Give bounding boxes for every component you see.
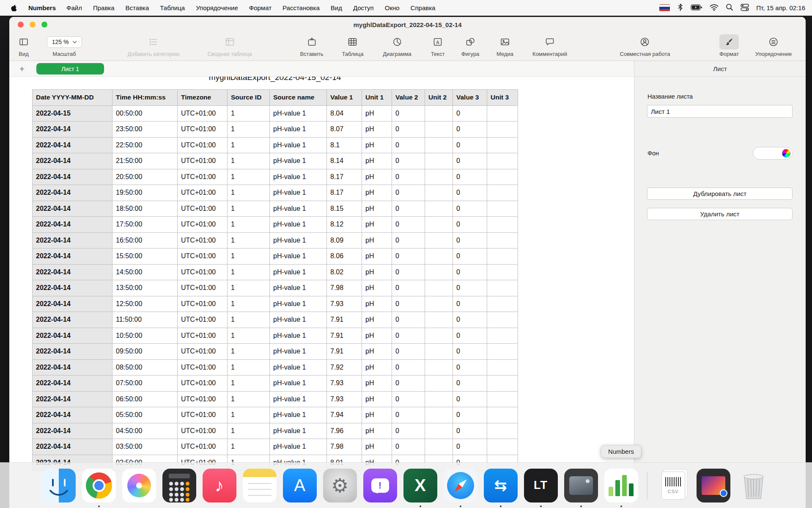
dock-music-icon[interactable]: ♪ xyxy=(203,469,236,502)
dock-photos-icon[interactable] xyxy=(122,469,156,502)
table-cell[interactable]: 0 xyxy=(392,423,425,439)
table-cell[interactable]: 7.91 xyxy=(327,328,362,344)
column-header[interactable]: Value 3 xyxy=(453,90,487,106)
table-cell[interactable]: 8.14 xyxy=(327,153,362,169)
table-cell[interactable]: pH xyxy=(362,328,392,344)
table-cell[interactable]: 2022-04-14 xyxy=(33,153,112,169)
table-cell[interactable]: UTC+01:00 xyxy=(178,201,228,217)
table-cell[interactable] xyxy=(487,121,518,138)
table-cell[interactable] xyxy=(487,105,518,121)
table-cell[interactable]: UTC+01:00 xyxy=(178,121,228,138)
table-cell[interactable] xyxy=(487,344,518,360)
table-cell[interactable]: 0 xyxy=(392,264,425,280)
keyboard-layout-flag-icon[interactable] xyxy=(659,4,670,11)
menu-item[interactable]: Формат xyxy=(244,4,277,11)
table-cell[interactable]: 20:50:00 xyxy=(112,169,178,185)
table-cell[interactable]: pH-value 1 xyxy=(270,439,327,455)
table-cell[interactable] xyxy=(425,423,453,439)
menu-item[interactable]: Справка xyxy=(405,4,441,11)
table-cell[interactable] xyxy=(487,137,518,153)
dock-media-app-icon[interactable] xyxy=(564,469,598,502)
dock-finder-icon[interactable] xyxy=(42,469,76,502)
table-cell[interactable]: UTC+01:00 xyxy=(178,375,228,392)
table-cell[interactable]: UTC+01:00 xyxy=(178,296,228,312)
table-cell[interactable]: 8.17 xyxy=(327,185,362,201)
table-cell[interactable]: 8.02 xyxy=(327,264,362,280)
table-cell[interactable]: pH-value 1 xyxy=(270,232,327,248)
table-cell[interactable]: 8.06 xyxy=(327,248,362,265)
battery-icon[interactable] xyxy=(691,4,702,12)
table-cell[interactable] xyxy=(425,344,453,360)
table-cell[interactable]: 2022-04-14 xyxy=(33,439,112,455)
table-cell[interactable]: UTC+01:00 xyxy=(178,217,228,233)
table-cell[interactable] xyxy=(425,328,453,344)
toolbar-table-button[interactable]: Таблица xyxy=(342,34,364,57)
table-cell[interactable] xyxy=(487,201,518,217)
dock-calculator-icon[interactable] xyxy=(162,469,196,502)
table-cell[interactable]: 8.04 xyxy=(327,105,362,121)
table-cell[interactable]: 09:50:00 xyxy=(112,344,178,360)
menu-item[interactable]: Вид xyxy=(325,4,348,11)
table-cell[interactable]: 0 xyxy=(392,169,425,185)
table-cell[interactable]: 2022-04-14 xyxy=(33,312,112,328)
column-header[interactable]: Value 2 xyxy=(392,90,425,106)
table-cell[interactable]: pH xyxy=(362,391,392,407)
table-cell[interactable]: 1 xyxy=(228,248,270,265)
toolbar-shape-button[interactable]: Фигура xyxy=(461,34,480,57)
wifi-icon[interactable] xyxy=(710,4,719,12)
table-cell[interactable]: pH xyxy=(362,201,392,217)
table-cell[interactable] xyxy=(425,296,453,312)
table-cell[interactable]: 0 xyxy=(392,217,425,233)
table-cell[interactable]: pH xyxy=(362,153,392,169)
table-cell[interactable]: UTC+01:00 xyxy=(178,391,228,407)
toolbar-text-button[interactable]: A Текст xyxy=(428,34,447,57)
table-cell[interactable]: 1 xyxy=(228,280,270,296)
column-header[interactable]: Unit 1 xyxy=(362,90,392,106)
dock-excel-icon[interactable]: X xyxy=(403,469,437,502)
table-cell[interactable]: 7.93 xyxy=(327,375,362,392)
table-cell[interactable] xyxy=(487,248,518,265)
table-cell[interactable]: 1 xyxy=(228,407,270,423)
duplicate-sheet-button[interactable]: Дублировать лист xyxy=(647,188,793,200)
sheet-canvas[interactable]: myghlDataExport_2022-04-15_02-14 Date YY… xyxy=(9,77,634,508)
table-cell[interactable]: 7.93 xyxy=(327,296,362,312)
menu-item[interactable]: Правка xyxy=(88,4,120,11)
table-cell[interactable]: 1 xyxy=(228,344,270,360)
table-cell[interactable]: pH xyxy=(362,280,392,296)
table-cell[interactable]: 0 xyxy=(392,232,425,248)
table-cell[interactable]: 2022-04-14 xyxy=(33,375,112,392)
table-cell[interactable]: 7.98 xyxy=(327,280,362,296)
column-header[interactable]: Time HH:mm:ss xyxy=(112,90,178,106)
table-cell[interactable]: pH-value 1 xyxy=(270,121,327,138)
dock-app-store-icon[interactable]: A xyxy=(283,469,317,502)
table-cell[interactable]: pH-value 1 xyxy=(270,407,327,423)
table-cell[interactable]: 7.96 xyxy=(327,423,362,439)
table-cell[interactable]: pH-value 1 xyxy=(270,169,327,185)
control-center-icon[interactable] xyxy=(741,3,749,12)
table-cell[interactable]: 18:50:00 xyxy=(112,201,178,217)
sheet-name-input[interactable] xyxy=(647,105,793,118)
table-cell[interactable] xyxy=(425,217,453,233)
table-cell[interactable]: 21:50:00 xyxy=(112,153,178,169)
table-cell[interactable]: 0 xyxy=(453,407,487,423)
menu-bar-clock[interactable]: Пт, 15 апр. 02:16 xyxy=(756,4,805,11)
table-cell[interactable]: pH xyxy=(362,439,392,455)
table-cell[interactable]: UTC+01:00 xyxy=(178,264,228,280)
table-cell[interactable]: 14:50:00 xyxy=(112,264,178,280)
table-cell[interactable]: pH-value 1 xyxy=(270,328,327,344)
table-cell[interactable]: pH xyxy=(362,344,392,360)
table-cell[interactable]: 0 xyxy=(392,121,425,138)
table-cell[interactable] xyxy=(425,137,453,153)
table-cell[interactable] xyxy=(487,153,518,169)
table-cell[interactable]: 1 xyxy=(228,201,270,217)
table-cell[interactable]: 8.1 xyxy=(327,137,362,153)
column-header[interactable]: Date YYYY-MM-DD xyxy=(33,90,112,106)
table-cell[interactable]: 2022-04-14 xyxy=(33,423,112,439)
table-cell[interactable] xyxy=(487,312,518,328)
table-cell[interactable]: 0 xyxy=(453,264,487,280)
column-header[interactable]: Unit 2 xyxy=(425,90,453,106)
table-cell[interactable] xyxy=(487,375,518,392)
table-cell[interactable]: UTC+01:00 xyxy=(178,169,228,185)
table-cell[interactable]: 0 xyxy=(392,375,425,392)
menu-item[interactable]: Упорядочение xyxy=(190,4,244,11)
